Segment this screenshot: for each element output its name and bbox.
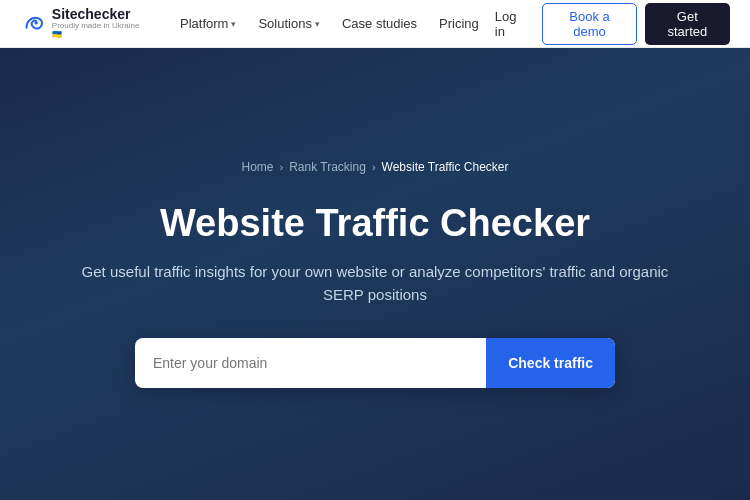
chevron-down-icon: ▾ — [231, 19, 236, 29]
logo-tagline: Proudly made in Ukraine 🇺🇦 — [52, 22, 144, 40]
breadcrumb: Home › Rank Tracking › Website Traffic C… — [242, 160, 509, 174]
logo[interactable]: Sitechecker Proudly made in Ukraine 🇺🇦 — [20, 7, 144, 40]
book-demo-button[interactable]: Book a demo — [542, 3, 636, 45]
breadcrumb-current: Website Traffic Checker — [382, 160, 509, 174]
navbar: Sitechecker Proudly made in Ukraine 🇺🇦 P… — [0, 0, 750, 48]
domain-input[interactable] — [135, 338, 486, 388]
logo-name: Sitechecker — [52, 7, 144, 22]
nav-links: Platform ▾ Solutions ▾ Case studies Pric… — [172, 12, 487, 35]
logo-icon — [20, 9, 46, 37]
hero-subtitle: Get useful traffic insights for your own… — [65, 261, 685, 306]
chevron-down-icon: ▾ — [315, 19, 320, 29]
hero-section: Home › Rank Tracking › Website Traffic C… — [0, 48, 750, 500]
get-started-button[interactable]: Get started — [645, 3, 730, 45]
nav-platform[interactable]: Platform ▾ — [172, 12, 244, 35]
nav-case-studies[interactable]: Case studies — [334, 12, 425, 35]
check-traffic-button[interactable]: Check traffic — [486, 338, 615, 388]
nav-right: Log in Book a demo Get started — [487, 3, 730, 45]
nav-solutions[interactable]: Solutions ▾ — [250, 12, 327, 35]
breadcrumb-sep-2: › — [372, 161, 376, 173]
breadcrumb-rank-tracking[interactable]: Rank Tracking — [289, 160, 366, 174]
breadcrumb-home[interactable]: Home — [242, 160, 274, 174]
breadcrumb-sep-1: › — [280, 161, 284, 173]
search-bar: Check traffic — [135, 338, 615, 388]
nav-pricing[interactable]: Pricing — [431, 12, 487, 35]
login-button[interactable]: Log in — [487, 5, 535, 43]
hero-title: Website Traffic Checker — [160, 202, 590, 246]
svg-point-0 — [35, 22, 38, 25]
